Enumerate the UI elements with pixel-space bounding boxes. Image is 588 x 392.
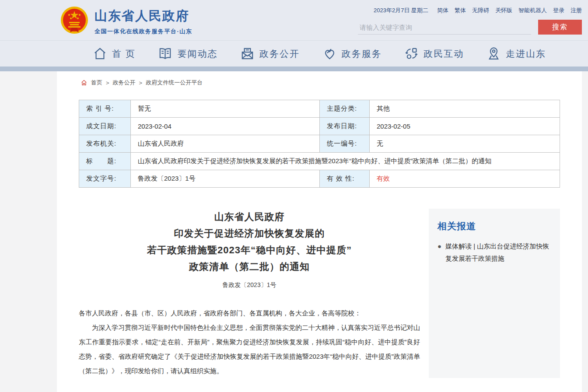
site-subtitle: 全国一体化在线政务服务平台·山东 [94, 28, 192, 35]
validity-label: 有 效 性: [320, 170, 370, 188]
nav-item-about-shandong[interactable]: 走进山东 [486, 46, 546, 61]
content-panel: 首页 > 政务公开 > 政府文件统一公开平台 索 引 号: 暂无 主题分类: 其… [57, 71, 582, 392]
nav-item-home[interactable]: 首 页 [93, 46, 136, 61]
breadcrumb: 首页 > 政务公开 > 政府文件统一公开平台 [57, 71, 582, 87]
article: 山东省人民政府 印发关于促进经济加快恢复发展的 若干政策措施暨2023年“稳中向… [79, 209, 420, 378]
title-label: 标 题: [79, 153, 131, 170]
doc-no-value: 鲁政发〔2023〕1号 [131, 170, 320, 188]
book-icon [158, 46, 172, 61]
article-paragraph: 为深入学习贯彻习近平新时代中国特色社会主义思想，全面贯彻落实党的二十大精神，认真… [79, 320, 420, 378]
breadcrumb-gov-info[interactable]: 政务公开 [113, 79, 136, 87]
bullet-icon: ● [438, 240, 441, 265]
link-simplified[interactable]: 简体 [437, 7, 448, 14]
table-row: 成文日期: 2023-02-04 发布日期: 2023-02-05 [79, 118, 560, 135]
nav-item-gov-service[interactable]: 政务服务 [322, 46, 382, 61]
publish-date-label: 发布日期: [320, 118, 370, 135]
search-button[interactable]: 搜索 [538, 20, 582, 35]
related-report-link[interactable]: ● 媒体解读 | 山东出台促进经济加快恢复发展若干政策措施 [438, 240, 551, 265]
link-login[interactable]: 登录 [553, 7, 564, 14]
document-meta-table: 索 引 号: 暂无 主题分类: 其他 成文日期: 2023-02-04 发布日期… [79, 100, 560, 188]
table-row: 标 题: 山东省人民政府印发关于促进经济加快恢复发展的若干政策措施暨2023年“… [79, 153, 560, 170]
article-paragraph: 各市人民政府，各县（市、区）人民政府，省政府各部门、各直属机构，各大企业，各高等… [79, 306, 420, 320]
link-register[interactable]: 注册 [570, 7, 582, 14]
nav-item-news[interactable]: 要闻动态 [158, 46, 217, 61]
unified-no-value: 无 [370, 135, 560, 153]
written-date-label: 成文日期: [79, 118, 131, 135]
mail-icon [240, 46, 255, 61]
map-pin-icon [486, 46, 501, 61]
home-icon [80, 79, 88, 86]
category-label: 主题分类: [320, 100, 370, 118]
publish-org-value: 山东省人民政府 [131, 135, 320, 153]
current-date: 2023年2月7日 星期二 [374, 7, 428, 14]
article-body: 各市人民政府，各县（市、区）人民政府，省政府各部门、各直属机构，各大企业，各高等… [79, 306, 420, 378]
link-care-version[interactable]: 关怀版 [495, 7, 512, 14]
validity-value: 有效 [370, 170, 560, 188]
category-value: 其他 [370, 100, 560, 118]
unified-no-label: 统一编号: [320, 135, 370, 153]
link-robot[interactable]: 智能机器人 [518, 7, 547, 14]
article-title: 山东省人民政府 印发关于促进经济加快恢复发展的 若干政策措施暨2023年“稳中向… [79, 209, 420, 275]
breadcrumb-platform[interactable]: 政府文件统一公开平台 [146, 79, 203, 87]
article-doc-number: 鲁政发〔2023〕1号 [79, 281, 420, 289]
site-title: 山东省人民政府 [94, 7, 192, 25]
site-header: 山东省人民政府 全国一体化在线政务服务平台·山东 2023年2月7日 星期二 简… [0, 0, 588, 40]
sidebar-title: 相关报道 [438, 220, 551, 232]
divider-stripe [0, 66, 588, 71]
table-row: 索 引 号: 暂无 主题分类: 其他 [79, 100, 560, 118]
home-icon [93, 46, 107, 61]
publish-date-value: 2023-02-05 [370, 118, 560, 135]
nav-item-interaction[interactable]: 政民互动 [404, 46, 464, 61]
doc-no-label: 发文字号: [79, 170, 131, 188]
link-accessibility[interactable]: 无障碍 [472, 7, 489, 14]
heart-icon [322, 46, 337, 61]
search-input[interactable] [358, 21, 531, 35]
table-row: 发布机关: 山东省人民政府 统一编号: 无 [79, 135, 560, 153]
exchange-icon [404, 46, 419, 61]
nav-item-gov-info[interactable]: 政务公开 [240, 46, 300, 61]
breadcrumb-home[interactable]: 首页 [91, 79, 102, 87]
written-date-value: 2023-02-04 [131, 118, 320, 135]
title-value: 山东省人民政府印发关于促进经济加快恢复发展的若干政策措施暨2023年“稳中向好、… [131, 153, 560, 170]
index-no-label: 索 引 号: [79, 100, 131, 118]
index-no-value: 暂无 [131, 100, 320, 118]
publish-org-label: 发布机关: [79, 135, 131, 153]
table-row: 发文字号: 鲁政发〔2023〕1号 有 效 性: 有效 [79, 170, 560, 188]
related-reports-sidebar: 相关报道 ● 媒体解读 | 山东出台促进经济加快恢复发展若干政策措施 [429, 209, 560, 378]
main-nav: 首 页 要闻动态 政务公开 政务服务 政民互动 走进山东 [0, 40, 588, 66]
link-traditional[interactable]: 繁体 [455, 7, 466, 14]
national-emblem-logo [59, 5, 90, 37]
